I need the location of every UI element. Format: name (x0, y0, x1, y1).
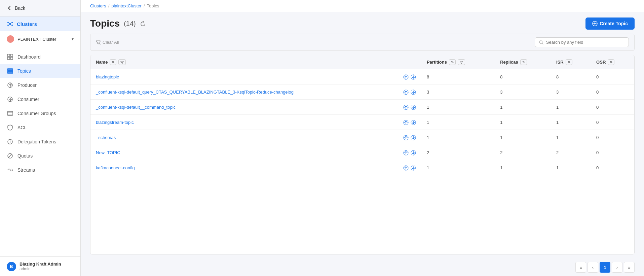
isr-sort-button[interactable]: ⇅ (566, 59, 572, 65)
topic-name-link[interactable]: blazingtopic (96, 74, 119, 79)
consumer-label: Consumer (17, 97, 39, 102)
name-filter-button[interactable] (118, 59, 126, 65)
produce-button[interactable] (403, 89, 409, 95)
replicas-cell: 2 (495, 145, 551, 160)
svg-point-3 (7, 25, 9, 26)
sidebar-item-topics[interactable]: Topics (0, 64, 80, 78)
clusters-nav-button[interactable]: Clusters (0, 16, 80, 31)
back-button[interactable]: Back (0, 0, 80, 16)
sidebar-item-acl[interactable]: ACL (0, 120, 80, 135)
topic-name-link[interactable]: _confluent-ksql-default__command_topic (96, 105, 176, 110)
sidebar-item-streams[interactable]: Streams (0, 163, 80, 177)
next-page-button[interactable]: › (612, 262, 622, 273)
partitions-cell: 1 (421, 160, 495, 175)
page-title-area: Topics (14) (90, 18, 146, 29)
breadcrumb-clusters[interactable]: Clusters (90, 3, 106, 8)
footer-name: Blazing Kraft Admin (20, 262, 61, 267)
consume-button[interactable] (411, 104, 416, 110)
search-wrap (535, 37, 629, 47)
consume-icon (411, 105, 416, 110)
produce-button[interactable] (403, 104, 409, 110)
consume-button[interactable] (411, 149, 416, 156)
topic-name-cell: _confluent-ksql-default__command_topic (90, 100, 421, 115)
consume-button[interactable] (411, 74, 416, 80)
topic-actions (403, 134, 416, 140)
filter-bar: Clear All (90, 34, 635, 51)
clear-all-button[interactable]: Clear All (96, 40, 119, 45)
delegation-tokens-icon (7, 138, 13, 145)
consume-icon (411, 135, 416, 140)
partitions-cell: 8 (421, 69, 495, 84)
acl-icon (7, 124, 13, 131)
clusters-label: Clusters (17, 21, 37, 27)
topic-name-cell: _confluent-ksql-default_query_CTAS_QUERY… (90, 84, 421, 100)
osr-sort-button[interactable]: ⇅ (608, 59, 614, 65)
cluster-selector[interactable]: PLAINTEXT Cluster ▾ (0, 31, 80, 47)
consume-button[interactable] (411, 119, 416, 125)
sidebar-item-producer[interactable]: Producer (0, 78, 80, 92)
produce-button[interactable] (403, 134, 409, 140)
filter-clear-icon (96, 40, 101, 45)
producer-icon (7, 82, 13, 89)
page-1-button[interactable]: 1 (600, 262, 610, 273)
back-arrow-icon (7, 5, 12, 11)
search-input[interactable] (546, 40, 624, 45)
partitions-sort-button[interactable]: ⇅ (449, 59, 456, 65)
plus-circle-icon (592, 21, 598, 26)
consumer-groups-icon (7, 110, 13, 117)
produce-button[interactable] (403, 149, 409, 156)
clusters-icon (7, 21, 13, 27)
produce-icon (403, 150, 409, 156)
partitions-filter-button[interactable] (458, 59, 465, 65)
consume-button[interactable] (411, 165, 416, 171)
refresh-button[interactable] (140, 20, 146, 27)
topics-icon (7, 68, 13, 74)
svg-point-0 (9, 23, 11, 25)
replicas-cell: 1 (495, 130, 551, 145)
chevron-down-icon: ▾ (72, 37, 74, 41)
topic-name-link[interactable]: blazingstream-topic (96, 120, 134, 125)
refresh-icon (140, 21, 146, 27)
delegation-tokens-label: Delegation Tokens (17, 139, 56, 144)
svg-rect-7 (7, 57, 10, 60)
sidebar-item-quotas[interactable]: Quotas (0, 149, 80, 163)
topic-name-link[interactable]: _schemas (96, 135, 116, 140)
cluster-name-label: PLAINTEXT Cluster (17, 37, 68, 42)
consume-icon (411, 120, 416, 125)
consume-button[interactable] (411, 89, 416, 95)
avatar: B (7, 262, 16, 271)
col-partitions: Partitions ⇅ (421, 55, 495, 69)
page-title: Topics (90, 18, 120, 29)
produce-button[interactable] (403, 165, 409, 171)
table-row: _confluent-ksql-default__command_topic 1… (90, 100, 634, 115)
create-topic-button[interactable]: Create Topic (585, 18, 635, 30)
svg-rect-10 (7, 71, 13, 72)
replicas-cell: 1 (495, 100, 551, 115)
osr-cell: 0 (591, 69, 634, 84)
last-page-button[interactable]: » (624, 262, 635, 273)
sidebar-item-delegation-tokens[interactable]: Delegation Tokens (0, 135, 80, 149)
topic-actions (403, 165, 416, 171)
replicas-sort-button[interactable]: ⇅ (520, 59, 527, 65)
back-label: Back (15, 5, 25, 11)
consumer-groups-label: Consumer Groups (17, 111, 56, 116)
isr-cell: 1 (551, 100, 591, 115)
consume-button[interactable] (411, 134, 416, 140)
produce-button[interactable] (403, 74, 409, 80)
osr-cell: 0 (591, 145, 634, 160)
sidebar-item-dashboard[interactable]: Dashboard (0, 50, 80, 64)
sidebar-item-consumer-groups[interactable]: Consumer Groups (0, 106, 80, 120)
topic-actions (403, 149, 416, 156)
sidebar-item-consumer[interactable]: Consumer (0, 92, 80, 106)
breadcrumb-cluster-name[interactable]: plaintextCluster (111, 3, 142, 8)
name-sort-button[interactable]: ⇅ (110, 59, 116, 65)
topic-name-link[interactable]: New_TOPIC (96, 150, 120, 155)
produce-button[interactable] (403, 119, 409, 125)
prev-page-button[interactable]: ‹ (588, 262, 598, 273)
topic-name-cell: New_TOPIC (90, 145, 421, 160)
partitions-cell: 1 (421, 115, 495, 130)
topic-name-link[interactable]: kafkaconnect-config (96, 165, 135, 170)
partitions-cell: 1 (421, 130, 495, 145)
first-page-button[interactable]: « (575, 262, 586, 273)
topic-name-link[interactable]: _confluent-ksql-default_query_CTAS_QUERY… (96, 90, 294, 95)
